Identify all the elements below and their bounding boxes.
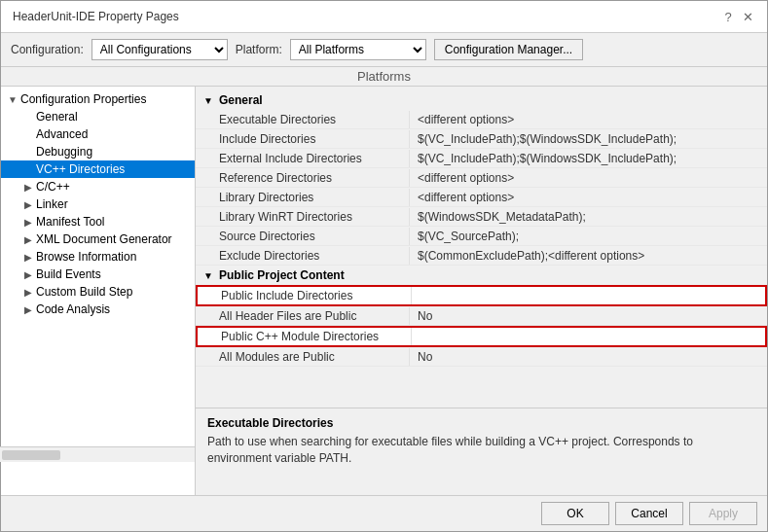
cancel-button[interactable]: Cancel [615,502,683,525]
prop-row-reference-dirs[interactable]: Reference Directories <different options… [196,168,767,188]
prop-row-executable-dirs[interactable]: Executable Directories <different option… [196,110,767,129]
props-scroll[interactable]: ▼ General Executable Directories <differ… [196,87,767,408]
tree-item-general[interactable]: General [1,108,195,125]
prop-row-external-include[interactable]: External Include Directories $(VC_Includ… [196,149,767,168]
expand-icon-browse: ▶ [20,252,36,263]
section-public-project: ▼ Public Project Content [196,266,767,285]
tree-item-xml-doc[interactable]: ▶ XML Document Generator [1,231,195,248]
section-toggle-public: ▼ [201,268,215,282]
tree-item-code-analysis[interactable]: ▶ Code Analysis [1,301,195,318]
prop-row-exclude-dirs[interactable]: Exclude Directories $(CommonExcludePath)… [196,246,767,266]
expand-icon-linker: ▶ [20,199,36,210]
apply-button[interactable]: Apply [689,502,757,525]
tree-scrollbar[interactable] [0,446,195,462]
ok-button[interactable]: OK [541,502,609,525]
tree-item-build-events[interactable]: ▶ Build Events [1,266,195,283]
prop-row-library-winrt[interactable]: Library WinRT Directories $(WindowsSDK_M… [196,207,767,227]
tree-item-linker[interactable]: ▶ Linker [1,195,195,213]
expand-icon-code: ▶ [20,304,36,315]
prop-row-library-dirs[interactable]: Library Directories <different options> [196,188,767,207]
prop-row-include-dirs[interactable]: Include Directories $(VC_IncludePath);$(… [196,129,767,149]
dialog-title: HeaderUnit-IDE Property Pages [13,10,179,23]
scroll-thumb[interactable] [2,450,60,460]
properties-panel: ▼ General Executable Directories <differ… [196,87,767,495]
desc-title: Executable Directories [207,416,755,430]
platform-label: Platform: [236,43,282,56]
property-pages-dialog: HeaderUnit-IDE Property Pages ? ✕ Config… [0,0,768,532]
close-button[interactable]: ✕ [740,9,755,24]
expand-icon-custom: ▶ [20,287,36,298]
prop-row-all-header-files[interactable]: All Header Files are Public No [196,306,767,326]
tree-item-custom-build[interactable]: ▶ Custom Build Step [1,283,195,301]
bottom-bar: OK Cancel Apply [1,495,767,531]
tree-item-vc-directories[interactable]: VC++ Directories [1,160,195,178]
section-general: ▼ General [196,90,767,110]
help-button[interactable]: ? [720,9,736,24]
tree-item-advanced[interactable]: Advanced [1,125,195,143]
expand-icon-cpp: ▶ [20,182,36,193]
tree-item-config-properties[interactable]: ▼ Configuration Properties [1,90,195,108]
section-toggle-general: ▼ [201,93,215,107]
tree-item-cpp[interactable]: ▶ C/C++ [1,178,195,195]
config-manager-button[interactable]: Configuration Manager... [434,39,583,60]
desc-text: Path to use when searching for executabl… [207,434,755,467]
description-panel: Executable Directories Path to use when … [196,408,767,495]
title-bar-buttons: ? ✕ [720,9,755,24]
title-bar: HeaderUnit-IDE Property Pages ? ✕ [1,1,767,33]
toolbar: Configuration: All Configurations Platfo… [1,33,767,67]
tree-item-debugging[interactable]: Debugging [1,143,195,160]
configuration-select[interactable]: All Configurations [91,39,228,60]
prop-row-source-dirs[interactable]: Source Directories $(VC_SourcePath); [196,227,767,246]
tree-item-manifest-tool[interactable]: ▶ Manifest Tool [1,213,195,231]
platform-select[interactable]: All Platforms [290,39,426,60]
configuration-label: Configuration: [11,43,84,56]
expand-icon-manifest: ▶ [20,217,36,228]
main-content: ▼ Configuration Properties General Advan… [1,87,767,495]
tree-panel: ▼ Configuration Properties General Advan… [1,87,196,495]
section-general-label: General [219,93,263,107]
expand-icon-build: ▶ [20,269,36,280]
prop-row-public-include[interactable]: Public Include Directories [196,285,767,306]
expand-icon-config: ▼ [5,94,20,105]
tree-item-browse-info[interactable]: ▶ Browse Information [1,248,195,266]
platforms-header: Platforms [1,67,767,87]
expand-icon-xml: ▶ [20,234,36,245]
prop-row-all-modules[interactable]: All Modules are Public No [196,347,767,367]
prop-row-public-cpp-module[interactable]: Public C++ Module Directories [196,326,767,347]
section-public-label: Public Project Content [219,268,345,282]
